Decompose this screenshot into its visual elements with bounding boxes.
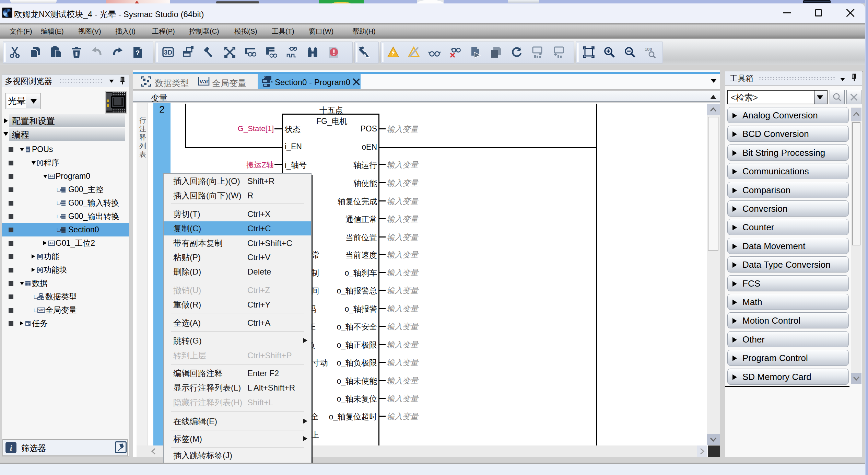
svg-text:var: var [200, 78, 209, 85]
svg-text:3D: 3D [164, 49, 172, 56]
svg-text:100: 100 [645, 47, 652, 52]
svg-text:var: var [38, 308, 44, 312]
svg-text:?: ? [136, 49, 140, 57]
